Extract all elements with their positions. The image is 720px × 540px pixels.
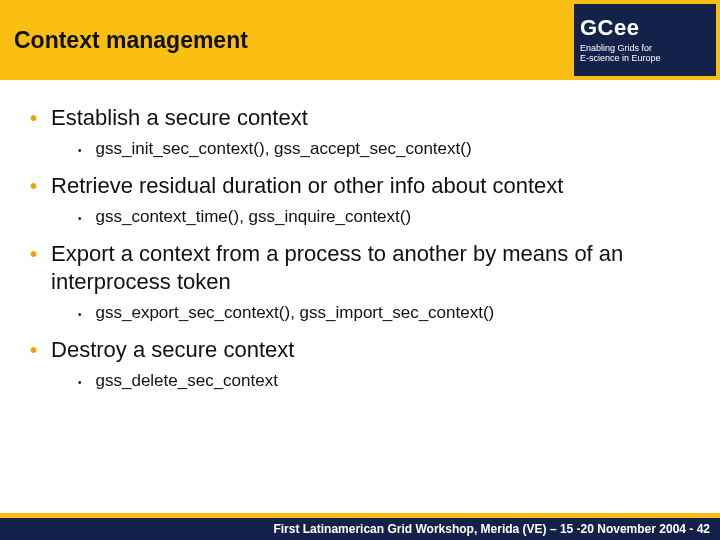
logo-tagline: Enabling Grids for E-science in Europe	[580, 43, 710, 64]
bullet-text: Export a context from a process to anoth…	[51, 240, 700, 296]
bullet-icon: •	[30, 104, 37, 132]
sub-bullet-item: • gss_init_sec_context(), gss_accept_sec…	[78, 138, 700, 162]
slide: Context management GCee Enabling Grids f…	[0, 0, 720, 540]
bullet-icon: •	[30, 336, 37, 364]
sub-bullet-icon: •	[78, 140, 82, 162]
bullet-text: Establish a secure context	[51, 104, 308, 132]
sub-bullet-icon: •	[78, 208, 82, 230]
footer-bar: First Latinamerican Grid Workshop, Merid…	[0, 518, 720, 540]
bullet-item: • Establish a secure context • gss_init_…	[30, 104, 700, 162]
bullet-item: • Retrieve residual duration or other in…	[30, 172, 700, 230]
sub-bullet-text: gss_init_sec_context(), gss_accept_sec_c…	[96, 138, 472, 160]
bullet-text: Retrieve residual duration or other info…	[51, 172, 563, 200]
sub-bullet-text: gss_context_time(), gss_inquire_context(…	[96, 206, 412, 228]
sub-bullet-text: gss_delete_sec_context	[96, 370, 278, 392]
sub-bullet-text: gss_export_sec_context(), gss_import_sec…	[96, 302, 495, 324]
slide-body: • Establish a secure context • gss_init_…	[0, 80, 720, 513]
bullet-text: Destroy a secure context	[51, 336, 294, 364]
sub-bullet-item: • gss_delete_sec_context	[78, 370, 700, 394]
bullet-icon: •	[30, 240, 37, 268]
slide-title: Context management	[14, 27, 248, 54]
footer-text: First Latinamerican Grid Workshop, Merid…	[273, 522, 710, 536]
sub-bullet-icon: •	[78, 372, 82, 394]
bullet-item: • Destroy a secure context • gss_delete_…	[30, 336, 700, 394]
bullet-item: • Export a context from a process to ano…	[30, 240, 700, 326]
sub-bullet-item: • gss_context_time(), gss_inquire_contex…	[78, 206, 700, 230]
sub-bullet-icon: •	[78, 304, 82, 326]
bullet-icon: •	[30, 172, 37, 200]
sub-bullet-item: • gss_export_sec_context(), gss_import_s…	[78, 302, 700, 326]
logo-text: GCee	[580, 17, 710, 39]
header-bar: Context management GCee Enabling Grids f…	[0, 0, 720, 80]
egee-logo: GCee Enabling Grids for E-science in Eur…	[574, 4, 716, 76]
